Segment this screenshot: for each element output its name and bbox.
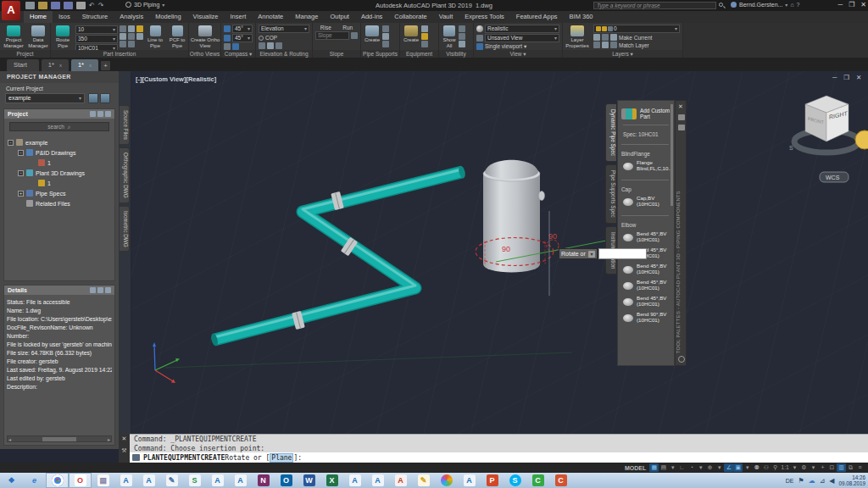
help-icon[interactable]: ?: [797, 2, 800, 8]
tool-icon[interactable]: [421, 33, 428, 40]
close-tab-icon[interactable]: x: [89, 59, 92, 71]
vessel-equipment[interactable]: [483, 160, 545, 273]
run-button[interactable]: Run: [342, 25, 353, 30]
tree-expander[interactable]: -: [18, 150, 24, 156]
command-input[interactable]: PLANTEQUIPMENTCREATE Rotate or [Plane]:: [130, 452, 868, 463]
tool-icon[interactable]: [136, 25, 143, 32]
viewport-config-button[interactable]: Single viewport ▾: [485, 43, 526, 50]
tool-palette-item[interactable]: Cap,BV(10HC01): [623, 195, 674, 208]
tool-icon[interactable]: [120, 33, 126, 40]
status-icon[interactable]: ⚲: [771, 463, 780, 472]
tool-icon[interactable]: [128, 33, 135, 40]
project-tool-icon[interactable]: [88, 93, 98, 103]
ribbon-tab[interactable]: Add-ins: [355, 11, 388, 23]
taskbar-icon[interactable]: A: [114, 473, 137, 488]
status-icon[interactable]: ⊡: [827, 463, 837, 472]
details-hscrollbar[interactable]: ◂▸: [7, 435, 112, 442]
tool-icon[interactable]: [593, 42, 600, 48]
ribbon-tab[interactable]: Modeling: [149, 11, 186, 23]
tool-icon[interactable]: [120, 25, 126, 32]
ribbon-tab[interactable]: Output: [324, 11, 355, 23]
layer-select[interactable]: 0▾: [593, 25, 680, 33]
panel-label-visibility[interactable]: Visibility: [439, 50, 473, 58]
panel-label-project[interactable]: Project: [0, 50, 50, 58]
palette-gear-icon[interactable]: [678, 356, 685, 363]
tool-icon[interactable]: [259, 42, 265, 49]
close-palette-icon[interactable]: ✕: [678, 103, 683, 110]
view-select[interactable]: Unsaved View▾: [485, 34, 559, 42]
pipe-size2-select[interactable]: 350▾: [75, 35, 118, 43]
current-project-select[interactable]: example▾: [5, 93, 85, 103]
create-ortho-view-button[interactable]: Create Ortho View: [190, 24, 220, 48]
taskbar-icon[interactable]: [46, 473, 69, 488]
tree-expander[interactable]: +: [18, 191, 24, 197]
status-icon[interactable]: ▾: [790, 463, 799, 472]
taskbar-icon[interactable]: C: [549, 473, 572, 488]
panel-label-view[interactable]: View ▾: [474, 50, 562, 58]
properties-icon[interactable]: [678, 125, 685, 130]
tool-icon[interactable]: [602, 42, 609, 48]
route-pipe-button[interactable]: Route Pipe: [52, 24, 74, 48]
tool-icon[interactable]: [602, 34, 609, 41]
tool-icon[interactable]: [275, 42, 282, 49]
tool-icon[interactable]: [232, 43, 239, 50]
ribbon-tab[interactable]: Express Tools: [459, 11, 510, 23]
status-icon[interactable]: ⧉: [846, 463, 855, 472]
cloud-icon[interactable]: ☁: [809, 477, 815, 485]
taskbar-icon[interactable]: A: [366, 473, 389, 488]
wcs-selector[interactable]: WCS: [826, 175, 840, 180]
project-tool-icon[interactable]: [100, 93, 110, 103]
search-input[interactable]: Type a keyword or phrase: [593, 2, 716, 9]
tool-icon[interactable]: [459, 33, 465, 40]
close-command-icon[interactable]: ✕: [119, 435, 130, 442]
status-icon[interactable]: ▣: [733, 463, 743, 472]
taskbar-icon[interactable]: O: [69, 473, 92, 488]
tree-item[interactable]: + Pipe Specs: [8, 188, 114, 198]
ribbon-tab[interactable]: Annotate: [252, 11, 289, 23]
status-icon[interactable]: ▾: [715, 463, 724, 472]
status-icon[interactable]: ▾: [696, 463, 705, 472]
cop-radio[interactable]: [259, 36, 264, 41]
status-icon[interactable]: +: [818, 463, 827, 472]
tool-palette-item[interactable]: BlindFlange: [621, 144, 669, 157]
tree-item[interactable]: 1: [8, 178, 114, 188]
tool-icon[interactable]: [128, 41, 135, 47]
ribbon-tab[interactable]: Visualize: [187, 11, 225, 23]
tool-palette-item[interactable]: Bend 90°,BV(10HC01): [623, 311, 674, 324]
tool-icon[interactable]: [610, 42, 617, 48]
network-icon[interactable]: ⊿: [820, 477, 826, 485]
status-icon[interactable]: 1:1: [780, 463, 790, 472]
taskbar-icon[interactable]: [435, 473, 458, 488]
model-space-label[interactable]: MODEL: [625, 465, 646, 471]
ribbon-tab[interactable]: Manage: [289, 11, 324, 23]
new-tab-button[interactable]: +: [101, 61, 110, 70]
tool-palette-item[interactable]: FlangeBlind,FL,C,10...: [623, 159, 674, 173]
compass-angle2-select[interactable]: 45°▾: [232, 34, 253, 42]
taskbar-icon[interactable]: C: [526, 473, 549, 488]
status-icon[interactable]: ▾: [668, 463, 677, 472]
ribbon-tab[interactable]: Collaborate: [388, 11, 432, 23]
panel-label-ortho-views[interactable]: Ortho Views: [189, 50, 220, 58]
taskbar-icon[interactable]: N: [252, 473, 275, 488]
cart-icon[interactable]: ⌂: [790, 2, 793, 8]
status-icon[interactable]: ≡: [855, 463, 865, 472]
minimize-drawing-icon[interactable]: ─: [832, 74, 837, 81]
status-icon[interactable]: ⚇: [761, 463, 771, 472]
ribbon-tab[interactable]: BIM 360: [564, 11, 599, 23]
panel-icon[interactable]: [90, 111, 96, 117]
status-icon[interactable]: ⚉: [752, 463, 761, 472]
taskbar-icon[interactable]: O: [275, 473, 298, 488]
match-layer-button[interactable]: Match Layer: [619, 42, 649, 48]
drawing-tab[interactable]: 1*x: [71, 59, 98, 71]
slope-field[interactable]: Slope: [315, 31, 349, 40]
taskbar-icon[interactable]: ▤: [92, 473, 114, 488]
visual-style-select[interactable]: Realistic▾: [485, 25, 559, 33]
taskbar-icon[interactable]: A: [206, 473, 229, 488]
ribbon-tab[interactable]: Insert: [224, 11, 252, 23]
status-icon[interactable]: ◔: [687, 463, 696, 472]
status-icon[interactable]: ∠: [724, 463, 733, 472]
tool-icon[interactable]: [120, 41, 126, 47]
palette-side-tab[interactable]: Orthographic DWG: [120, 147, 130, 203]
taskbar-icon[interactable]: A: [389, 473, 412, 488]
clock[interactable]: 14:2609.08.2019: [838, 474, 865, 486]
